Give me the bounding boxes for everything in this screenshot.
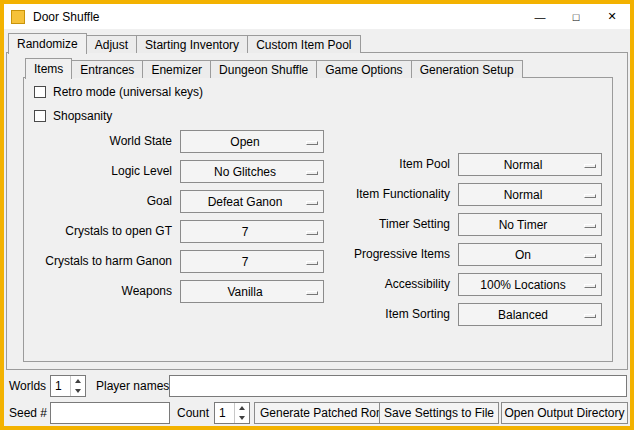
dropdown-indicator-icon bbox=[306, 291, 318, 295]
shopsanity-label: Shopsanity bbox=[53, 109, 112, 123]
seed-input[interactable] bbox=[50, 402, 170, 424]
crystals-ganon-label: Crystals to harm Ganon bbox=[24, 250, 172, 273]
dropdown-indicator-icon bbox=[306, 141, 318, 145]
tab-dungeon-shuffle[interactable]: Dungeon Shuffle bbox=[210, 60, 317, 78]
stepper-down-icon[interactable] bbox=[71, 386, 85, 396]
dropdown-indicator-icon bbox=[306, 231, 318, 235]
shopsanity-row: Shopsanity bbox=[34, 108, 112, 124]
player-names-label: Player names bbox=[96, 375, 169, 397]
dropdown-indicator-icon bbox=[584, 314, 596, 318]
tab-custom-item-pool[interactable]: Custom Item Pool bbox=[247, 35, 360, 53]
window-controls: — □ ✕ bbox=[522, 4, 630, 29]
weapons-dropdown[interactable]: Vanilla bbox=[180, 280, 324, 303]
save-settings-button[interactable]: Save Settings to File bbox=[379, 402, 499, 424]
logic-level-label: Logic Level bbox=[24, 160, 172, 183]
logic-level-dropdown[interactable]: No Glitches bbox=[180, 160, 324, 183]
tab-entrances[interactable]: Entrances bbox=[71, 60, 143, 78]
tab-starting-inventory[interactable]: Starting Inventory bbox=[136, 35, 248, 53]
dropdown-indicator-icon bbox=[306, 171, 318, 175]
seed-label: Seed # bbox=[9, 402, 47, 424]
player-names-input[interactable] bbox=[169, 375, 627, 397]
tab-generation-setup[interactable]: Generation Setup bbox=[411, 60, 523, 78]
goal-dropdown[interactable]: Defeat Ganon bbox=[180, 190, 324, 213]
retro-mode-row: Retro mode (universal keys) bbox=[34, 84, 203, 100]
form-row: Crystals to open GT 7 Progressive Items … bbox=[24, 220, 612, 243]
world-state-label: World State bbox=[24, 130, 172, 153]
worlds-label: Worlds bbox=[9, 375, 46, 397]
world-state-dropdown[interactable]: Open bbox=[180, 130, 324, 153]
worlds-stepper[interactable]: 1 bbox=[50, 375, 86, 397]
item-sorting-dropdown[interactable]: Balanced bbox=[458, 303, 602, 326]
stepper-down-icon[interactable] bbox=[235, 413, 249, 423]
crystals-ganon-dropdown[interactable]: 7 bbox=[180, 250, 324, 273]
item-sorting-label: Item Sorting bbox=[320, 303, 450, 326]
stepper-up-icon[interactable] bbox=[235, 403, 249, 413]
window-title: Door Shuffle bbox=[33, 10, 100, 24]
close-icon[interactable]: ✕ bbox=[594, 4, 630, 29]
outer-tab-bar: Randomize Adjust Starting Inventory Cust… bbox=[8, 32, 360, 53]
door-shuffle-window: Door Shuffle — □ ✕ Randomize Adjust Star… bbox=[0, 0, 634, 430]
count-stepper[interactable]: 1 bbox=[214, 402, 250, 424]
app-icon bbox=[11, 10, 25, 24]
maximize-icon[interactable]: □ bbox=[558, 4, 594, 29]
form-row: Goal Defeat Ganon Timer Setting No Timer bbox=[24, 190, 612, 213]
retro-mode-label: Retro mode (universal keys) bbox=[53, 85, 203, 99]
form-row: Crystals to harm Ganon 7 Accessibility 1… bbox=[24, 250, 612, 273]
tab-game-options[interactable]: Game Options bbox=[316, 60, 411, 78]
open-output-directory-button[interactable]: Open Output Directory bbox=[501, 402, 628, 424]
generate-patched-rom-button[interactable]: Generate Patched Rom bbox=[254, 402, 392, 424]
form-row: Logic Level No Glitches Item Functionali… bbox=[24, 160, 612, 183]
weapons-label: Weapons bbox=[24, 280, 172, 303]
titlebar: Door Shuffle — □ ✕ bbox=[4, 4, 630, 29]
form-row: Weapons Vanilla Item Sorting Balanced bbox=[24, 280, 612, 303]
dropdown-indicator-icon bbox=[306, 261, 318, 265]
dropdown-indicator-icon bbox=[306, 201, 318, 205]
stepper-up-icon[interactable] bbox=[71, 376, 85, 386]
crystals-gt-dropdown[interactable]: 7 bbox=[180, 220, 324, 243]
goal-label: Goal bbox=[24, 190, 172, 213]
retro-mode-checkbox[interactable] bbox=[34, 86, 46, 98]
stepper-arrows bbox=[70, 376, 85, 396]
tab-enemizer[interactable]: Enemizer bbox=[142, 60, 211, 78]
stepper-arrows bbox=[234, 403, 249, 423]
tab-randomize[interactable]: Randomize bbox=[8, 33, 87, 54]
crystals-gt-label: Crystals to open GT bbox=[24, 220, 172, 243]
count-label: Count bbox=[177, 402, 209, 424]
tab-adjust[interactable]: Adjust bbox=[86, 35, 137, 53]
items-panel: Retro mode (universal keys) Shopsanity W… bbox=[23, 77, 613, 362]
shopsanity-checkbox[interactable] bbox=[34, 110, 46, 122]
randomize-panel: Items Entrances Enemizer Dungeon Shuffle… bbox=[6, 52, 628, 370]
form-row: World State Open Item Pool Normal bbox=[24, 130, 612, 153]
inner-tab-bar: Items Entrances Enemizer Dungeon Shuffle… bbox=[25, 57, 522, 78]
tab-items[interactable]: Items bbox=[25, 58, 72, 79]
minimize-icon[interactable]: — bbox=[522, 4, 558, 29]
